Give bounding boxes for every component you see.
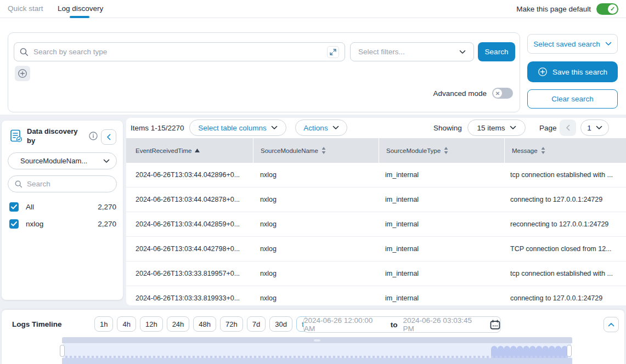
- date-range-picker[interactable]: 2024-06-26 12:00:00 AM to 2024-06-26 03:…: [303, 316, 501, 333]
- check-icon: [11, 204, 17, 209]
- column-header-label: SourceModuleType: [386, 147, 441, 154]
- column-header-sourcemodulename[interactable]: SourceModuleName: [253, 138, 379, 163]
- page-label: Page: [539, 124, 557, 132]
- make-default-toggle[interactable]: ✓: [596, 3, 618, 15]
- tab-quick-start[interactable]: Quick start: [8, 4, 43, 13]
- range-button-30d[interactable]: 30d: [269, 316, 292, 332]
- table-header-row: EventReceivedTime SourceModuleName Sourc…: [126, 138, 626, 163]
- actions-button[interactable]: Actions: [295, 120, 347, 136]
- date-to-label: to: [391, 321, 398, 329]
- clear-search-label: Clear search: [551, 95, 594, 103]
- facet-count: 2,270: [98, 203, 116, 211]
- expand-search-icon[interactable]: [327, 46, 339, 58]
- cell-eventreceivedtime: 2024-06-26T13:03:44.042798+0...: [126, 237, 253, 261]
- sort-asc-icon: [195, 149, 200, 152]
- search-button[interactable]: Search: [478, 42, 515, 61]
- sidebar-search-input[interactable]: [27, 180, 110, 188]
- cell-sourcemoduletype: im_internal: [378, 187, 503, 212]
- chevron-down-icon: [605, 42, 612, 46]
- search-input[interactable]: [33, 48, 322, 56]
- advanced-mode-label: Advanced mode: [433, 89, 487, 98]
- chevron-down-icon: [103, 159, 110, 163]
- logs-timeline-title: Logs Timeline: [12, 320, 62, 328]
- cell-eventreceivedtime: 2024-06-26T13:03:33.819933+0...: [126, 286, 253, 305]
- chevron-left-icon: [566, 124, 570, 131]
- chevron-down-icon: [332, 126, 339, 130]
- cell-message: tcp connection established with ...: [503, 163, 626, 187]
- brush-handle-right[interactable]: [567, 345, 572, 357]
- cell-eventreceivedtime: 2024-06-26T13:03:33.819957+0...: [126, 261, 253, 286]
- column-header-sourcemoduletype[interactable]: SourceModuleType: [379, 138, 504, 163]
- actions-label: Actions: [303, 124, 328, 132]
- timeline-axis-strip: [62, 358, 572, 364]
- save-this-search-button[interactable]: Save this search: [527, 61, 618, 82]
- discovery-field-select[interactable]: SourceModuleNam...: [8, 152, 117, 169]
- column-header-label: EventReceivedTime: [136, 147, 191, 154]
- column-header-message[interactable]: Message: [505, 138, 626, 163]
- chevron-down-icon: [271, 126, 278, 130]
- table-row[interactable]: 2024-06-26T13:03:33.819957+0... nxlog im…: [126, 261, 626, 286]
- page-size-select[interactable]: 15 items: [467, 120, 526, 136]
- chevron-up-icon: [608, 322, 614, 327]
- date-from-value: 2024-06-26 12:00:00 AM: [304, 316, 385, 333]
- date-to-value: 2024-06-26 03:03:45 PM: [403, 316, 485, 333]
- log-table-panel: Items 1-15/2270 Select table columns Act…: [126, 118, 626, 305]
- sidebar-search-box: [8, 175, 117, 192]
- facet-label: All: [26, 203, 98, 211]
- cell-message: connecting to 127.0.0.1:24729: [503, 286, 626, 305]
- collapse-sidebar-button[interactable]: [101, 129, 116, 145]
- table-row[interactable]: 2024-06-26T13:03:44.042798+0... nxlog im…: [126, 237, 626, 261]
- range-button-1h[interactable]: 1h: [94, 316, 113, 332]
- timeline-brush-track[interactable]: [62, 337, 572, 343]
- range-button-48h[interactable]: 48h: [193, 316, 216, 332]
- sort-icon: [322, 147, 326, 154]
- brush-handle-left[interactable]: [60, 345, 65, 357]
- range-button-4h[interactable]: 4h: [117, 316, 136, 332]
- data-discovery-sidebar: Data discovery by SourceModuleNam... All…: [2, 121, 123, 300]
- prev-page-button[interactable]: [560, 120, 576, 136]
- cell-eventreceivedtime: 2024-06-26T13:03:44.042859+0...: [126, 212, 253, 236]
- facet-checkbox-nxlog[interactable]: [9, 219, 19, 229]
- logs-timeline-panel: Logs Timeline 1h 4h 12h 24h 48h 72h 7d 3…: [2, 310, 624, 364]
- info-icon[interactable]: [89, 132, 98, 140]
- cell-sourcemoduletype: im_internal: [378, 163, 503, 187]
- range-button-7d[interactable]: 7d: [247, 316, 266, 332]
- showing-label: Showing: [433, 124, 462, 132]
- chevron-down-icon: [510, 126, 516, 130]
- range-button-24h[interactable]: 24h: [167, 316, 190, 332]
- select-saved-search-button[interactable]: Select saved search: [527, 34, 618, 54]
- add-search-row-button[interactable]: [15, 66, 30, 81]
- items-summary: Items 1-15/2270: [131, 124, 184, 132]
- cell-message: connecting to 127.0.0.1:24729: [503, 187, 626, 212]
- range-button-12h[interactable]: 12h: [140, 316, 163, 332]
- page-number-select[interactable]: 1: [580, 120, 609, 136]
- log-discovery-page: Quick start Log discovery Make this page…: [0, 0, 626, 364]
- cell-sourcemodulename: nxlog: [253, 212, 378, 236]
- column-header-label: Message: [512, 147, 538, 154]
- page-size-value: 15 items: [477, 124, 505, 132]
- top-tab-bar: Quick start Log discovery Make this page…: [0, 0, 626, 18]
- make-default-row: Make this page default ✓: [516, 3, 618, 15]
- select-table-columns-button[interactable]: Select table columns: [189, 120, 286, 136]
- collapse-timeline-button[interactable]: [604, 317, 619, 332]
- tab-log-discovery[interactable]: Log discovery: [58, 4, 103, 13]
- advanced-mode-row: Advanced mode ✕: [433, 88, 513, 99]
- save-this-search-label: Save this search: [552, 68, 607, 76]
- make-default-label: Make this page default: [516, 5, 591, 13]
- table-row[interactable]: 2024-06-26T13:03:44.042878+0... nxlog im…: [126, 187, 626, 212]
- facet-label: nxlog: [26, 220, 98, 228]
- search-panel: Select filters... Search Advanced mode ✕: [8, 32, 520, 112]
- filters-select[interactable]: Select filters...: [350, 42, 474, 61]
- table-row[interactable]: 2024-06-26T13:03:44.042859+0... nxlog im…: [126, 212, 626, 237]
- facet-row-all: All 2,270: [2, 201, 123, 213]
- table-row[interactable]: 2024-06-26T13:03:33.819933+0... nxlog im…: [126, 286, 626, 305]
- search-icon: [15, 180, 22, 188]
- cell-sourcemodulename: nxlog: [253, 286, 378, 305]
- advanced-mode-toggle[interactable]: ✕: [492, 88, 513, 99]
- range-button-72h[interactable]: 72h: [220, 316, 243, 332]
- select-saved-search-label: Select saved search: [533, 40, 600, 48]
- table-row[interactable]: 2024-06-26T13:03:44.042896+0... nxlog im…: [126, 163, 626, 187]
- clear-search-button[interactable]: Clear search: [527, 89, 618, 109]
- facet-checkbox-all[interactable]: [9, 202, 19, 212]
- column-header-eventreceivedtime[interactable]: EventReceivedTime: [126, 138, 253, 163]
